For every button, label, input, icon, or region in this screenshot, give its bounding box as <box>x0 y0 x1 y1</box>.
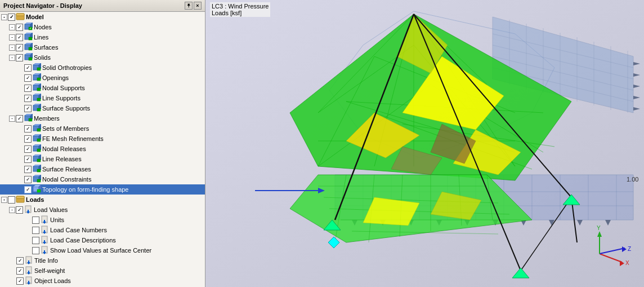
tree-item-loads-root[interactable]: - Loads <box>0 195 205 205</box>
tree-item-line-supports[interactable]: Line Supports <box>0 93 205 103</box>
checkbox-nodal-releases[interactable] <box>24 145 32 153</box>
checkbox-nodal-constraints[interactable] <box>24 176 32 183</box>
pin-button[interactable]: 🖈 <box>185 2 193 10</box>
expand-model[interactable]: - <box>1 14 7 20</box>
tree-item-openings[interactable]: Openings <box>0 73 205 83</box>
object-loads-label: Object Loads <box>34 277 71 284</box>
checkbox-solid-ortho[interactable] <box>24 64 32 72</box>
loads-root-icon <box>16 195 25 204</box>
tree-item-nodes[interactable]: - ✓ Nodes <box>0 22 205 32</box>
checkbox-topology[interactable] <box>24 186 32 193</box>
expand-object-loads <box>9 277 16 284</box>
expand-nodes[interactable]: - <box>9 24 15 30</box>
checkbox-solids[interactable] <box>16 54 23 61</box>
tree-item-lines[interactable]: - Lines <box>0 32 205 42</box>
checkbox-nodal-supports[interactable] <box>24 85 32 92</box>
svg-rect-14 <box>29 47 32 50</box>
tree-item-load-case-desc[interactable]: Load Case Descriptions <box>0 235 205 245</box>
load-case-desc-icon <box>40 236 49 245</box>
line-supports-icon <box>32 94 41 103</box>
checkbox-line-releases[interactable] <box>24 156 32 163</box>
checkbox-self-weight[interactable] <box>16 267 24 275</box>
checkbox-surface-supports[interactable] <box>24 105 32 112</box>
svg-rect-54 <box>37 149 41 152</box>
svg-text:X: X <box>625 260 629 266</box>
tree-item-show-load-values[interactable]: Show Load Values at Surface Center <box>0 245 205 255</box>
checkbox-members[interactable] <box>16 115 23 122</box>
expand-openings <box>17 74 24 81</box>
checkbox-surfaces[interactable] <box>16 44 23 51</box>
tree-item-model[interactable]: - Model <box>0 12 205 22</box>
tree-item-topology[interactable]: Topology on form-finding shape <box>0 184 205 195</box>
checkbox-units[interactable] <box>32 217 39 224</box>
surface-supports-icon <box>32 104 41 113</box>
expand-sets-members <box>17 125 24 132</box>
tree-item-nodal-constraints[interactable]: Nodal Constraints <box>0 174 205 184</box>
self-weight-icon <box>24 266 33 275</box>
tree-item-solid-ortho[interactable]: Solid Orthotropies <box>0 63 205 73</box>
checkbox-show-load-values[interactable] <box>32 247 39 254</box>
surface-releases-label: Surface Releases <box>42 166 91 173</box>
checkbox-sets-members[interactable] <box>24 125 32 133</box>
topology-label: Topology on form-finding shape <box>42 186 128 193</box>
openings-icon <box>32 73 41 82</box>
checkbox-title-info[interactable] <box>16 257 24 264</box>
svg-text:Z: Z <box>628 246 631 252</box>
show-load-values-label: Show Load Values at Surface Center <box>50 247 151 254</box>
checkbox-object-loads[interactable] <box>16 277 24 285</box>
tree-item-solids[interactable]: - Solids <box>0 52 205 63</box>
checkbox-lines[interactable] <box>16 34 23 41</box>
checkbox-line-supports[interactable] <box>24 95 32 102</box>
tree-item-nodal-releases[interactable]: Nodal Releases <box>0 144 205 154</box>
tree-item-title-info[interactable]: Title Info <box>0 255 205 266</box>
checkbox-nodes[interactable] <box>16 24 23 31</box>
tree-item-self-weight[interactable]: Self-weight <box>0 266 205 276</box>
viewport-3d[interactable]: LC3 : Wind Pressure Loads [ksf] <box>205 0 644 287</box>
line-supports-label: Line Supports <box>42 95 80 101</box>
checkbox-model[interactable] <box>8 14 15 21</box>
expand-loads-root[interactable]: - <box>1 197 7 203</box>
tree-item-load-values[interactable]: - Load Values <box>0 205 205 215</box>
checkbox-fe-mesh[interactable] <box>24 135 32 143</box>
expand-lines[interactable]: - <box>9 34 15 41</box>
fe-mesh-icon <box>32 134 41 143</box>
show-load-values-icon <box>40 246 49 255</box>
load-case-desc-label: Load Case Descriptions <box>50 237 116 244</box>
svg-rect-38 <box>37 108 41 111</box>
panel-title: Project Navigator - Display <box>3 2 82 9</box>
line-releases-label: Line Releases <box>42 156 82 162</box>
panel-title-area: Project Navigator - Display <box>3 2 82 9</box>
tree-item-fe-mesh[interactable]: FE Mesh Refinements <box>0 134 205 144</box>
tree-item-load-case-numbers[interactable]: Load Case Numbers <box>0 225 205 235</box>
expand-members[interactable]: - <box>9 116 15 122</box>
expand-surface-releases <box>17 166 24 173</box>
tree-item-sets-members[interactable]: Sets of Members <box>0 123 205 134</box>
checkbox-load-values[interactable] <box>16 206 23 214</box>
openings-label: Openings <box>42 74 69 81</box>
checkbox-loads-root[interactable] <box>8 196 15 204</box>
tree-item-surface-releases[interactable]: Surface Releases <box>0 164 205 174</box>
svg-rect-26 <box>37 78 41 81</box>
expand-load-values[interactable]: - <box>9 207 15 213</box>
checkbox-load-case-numbers[interactable] <box>32 227 39 234</box>
tree-item-surface-supports[interactable]: Surface Supports <box>0 103 205 113</box>
tree-item-members[interactable]: - Members <box>0 113 205 123</box>
tree-item-line-releases[interactable]: Line Releases <box>0 154 205 164</box>
tree-item-units[interactable]: Units <box>0 215 205 225</box>
svg-rect-66 <box>37 179 41 182</box>
tree-item-surfaces[interactable]: - Surfaces <box>0 42 205 52</box>
expand-surfaces[interactable]: - <box>9 45 15 51</box>
tree-container[interactable]: - Model - ✓ <box>0 12 205 287</box>
viewport-svg: 1.00 X Z Y <box>205 0 644 287</box>
svg-rect-46 <box>37 129 41 131</box>
checkbox-load-case-desc[interactable] <box>32 237 39 244</box>
checkbox-openings[interactable] <box>24 74 32 82</box>
solids-label: Solids <box>34 54 51 61</box>
object-loads-icon <box>24 276 33 285</box>
expand-solids[interactable]: - <box>9 55 15 61</box>
viewport-label-line1: LC3 : Wind Pressure <box>212 3 269 10</box>
close-button[interactable]: × <box>194 2 202 10</box>
tree-item-object-loads[interactable]: Object Loads <box>0 276 205 286</box>
checkbox-surface-releases[interactable] <box>24 166 32 173</box>
tree-item-nodal-supports[interactable]: Nodal Supports <box>0 83 205 93</box>
